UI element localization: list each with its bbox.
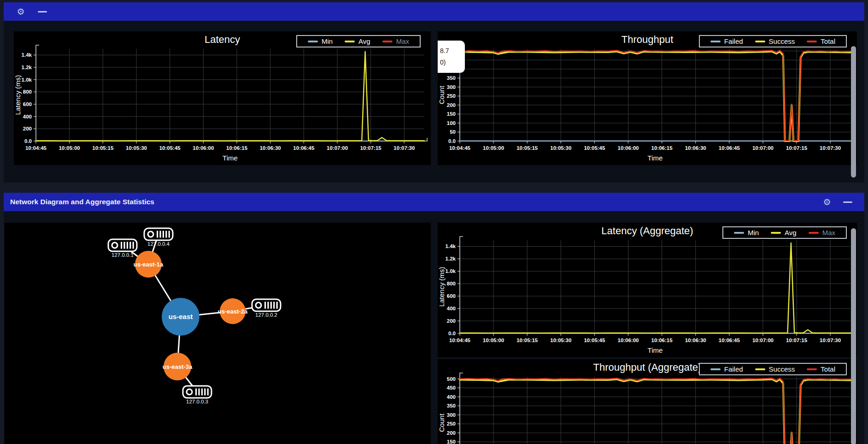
panel-metrics-header: ⚙ xyxy=(4,2,864,21)
legend-label: Avg xyxy=(785,229,797,237)
svg-text:1.2k: 1.2k xyxy=(446,256,456,261)
server-icon-slot xyxy=(270,302,272,309)
series-avg xyxy=(36,52,424,141)
tick-marks xyxy=(457,51,830,143)
svg-text:10:06:00: 10:06:00 xyxy=(617,145,639,151)
chart-legend: FailedSuccessTotal xyxy=(699,363,847,375)
legend-item-total[interactable]: Total xyxy=(807,37,835,45)
svg-text:10:07:00: 10:07:00 xyxy=(752,145,774,151)
chart-canvas-throughput[interactable]: 0.05010015020025030035040045050010:04:45… xyxy=(438,31,857,165)
server-node-127-0-0-1[interactable]: 127.0.0.1 xyxy=(108,239,137,258)
svg-text:1.2k: 1.2k xyxy=(22,65,32,70)
server-node-127-0-0-3[interactable]: 127.0.0.3 xyxy=(183,386,211,404)
zone-node-us-east-3a[interactable]: us-east-3a xyxy=(163,353,193,380)
svg-text:10:06:15: 10:06:15 xyxy=(226,145,248,151)
legend-dash-icon xyxy=(734,232,744,234)
legend-item-failed[interactable]: Failed xyxy=(710,365,743,373)
svg-text:10:05:45: 10:05:45 xyxy=(584,145,605,151)
server-icon-slot xyxy=(264,302,266,309)
series-total xyxy=(460,379,850,444)
legend-item-total[interactable]: Total xyxy=(807,365,835,373)
svg-text:10:05:30: 10:05:30 xyxy=(550,337,571,343)
settings-gear-icon[interactable]: ⚙ xyxy=(822,198,832,207)
svg-text:0.0: 0.0 xyxy=(448,138,456,144)
minimize-icon[interactable] xyxy=(843,201,852,203)
legend-item-max[interactable]: Max xyxy=(382,37,409,45)
svg-text:10:07:30: 10:07:30 xyxy=(393,145,415,151)
zone-node-us-east[interactable]: us-east xyxy=(162,298,199,336)
svg-text:250: 250 xyxy=(447,421,456,426)
svg-text:10:05:15: 10:05:15 xyxy=(516,145,538,151)
tick-labels: 0.05010015020025030035040045050010:04:45… xyxy=(447,48,841,151)
svg-text:150: 150 xyxy=(447,111,456,117)
latency-chart: Latency0.02004006008001.0k1.2k1.4k10:04:… xyxy=(14,31,431,165)
x-axis-label: Time xyxy=(648,346,663,354)
legend-label: Max xyxy=(396,37,409,45)
svg-text:10:06:15: 10:06:15 xyxy=(651,145,673,151)
zone-node-us-east-2a[interactable]: us-east-2a xyxy=(218,298,248,324)
legend-dash-icon xyxy=(755,41,765,42)
svg-text:10:05:30: 10:05:30 xyxy=(126,145,147,151)
legend-label: Total xyxy=(821,365,835,373)
server-icon-slot xyxy=(201,389,203,396)
svg-text:10:05:15: 10:05:15 xyxy=(516,337,538,343)
svg-text:10:06:30: 10:06:30 xyxy=(685,337,706,343)
svg-text:0.0: 0.0 xyxy=(448,331,456,336)
legend-item-success[interactable]: Success xyxy=(755,365,795,373)
svg-text:10:05:00: 10:05:00 xyxy=(59,145,80,151)
svg-text:10:06:30: 10:06:30 xyxy=(260,145,281,151)
server-node-127-0-0-2[interactable]: 127.0.0.2 xyxy=(252,299,281,318)
panel-metrics-body: Latency0.02004006008001.0k1.2k1.4k10:04:… xyxy=(4,21,864,183)
legend-label: Total xyxy=(821,37,835,45)
chart-canvas-latency[interactable]: 0.02004006008001.0k1.2k1.4k10:04:4510:05… xyxy=(14,31,431,165)
minimize-dash xyxy=(38,11,47,12)
zone-node-us-east-1a[interactable]: us-east-1a xyxy=(134,251,164,278)
x-axis-label: Time xyxy=(223,154,238,162)
svg-text:200: 200 xyxy=(447,430,456,436)
svg-text:200: 200 xyxy=(447,318,456,324)
tick-marks xyxy=(34,55,404,143)
tick-labels: 0.02004006008001.0k1.2k1.4k10:04:4510:05… xyxy=(22,52,415,151)
network-diagram-canvas[interactable]: 127.0.0.1127.0.0.4127.0.0.2127.0.0.3us-e… xyxy=(5,223,431,444)
svg-text:10:06:15: 10:06:15 xyxy=(651,337,673,343)
server-icon-slot xyxy=(195,389,197,396)
minimize-icon[interactable] xyxy=(38,11,47,12)
svg-text:450: 450 xyxy=(447,385,456,391)
svg-text:10:07:00: 10:07:00 xyxy=(752,337,774,343)
svg-text:300: 300 xyxy=(447,84,456,90)
legend-dash-icon xyxy=(771,232,781,234)
panel-network-scrollbar-thumb[interactable] xyxy=(851,228,856,444)
chart-canvas-latency_agg[interactable]: 0.02004006008001.0k1.2k1.4k10:04:4510:05… xyxy=(438,223,857,357)
legend-item-min[interactable]: Min xyxy=(734,229,759,237)
svg-text:50: 50 xyxy=(450,129,456,135)
server-node-127-0-0-4[interactable]: 127.0.0.4 xyxy=(144,228,173,247)
legend-dash-icon xyxy=(308,41,318,42)
legend-item-success[interactable]: Success xyxy=(755,37,795,45)
svg-text:10:05:15: 10:05:15 xyxy=(92,145,114,151)
chart-tooltip: 8.70) xyxy=(438,41,465,73)
svg-text:10:07:30: 10:07:30 xyxy=(820,337,841,343)
legend-item-min[interactable]: Min xyxy=(308,37,333,45)
server-label: 127.0.0.1 xyxy=(111,252,134,258)
latency-aggregate-chart: Latency (Aggregate)0.02004006008001.0k1.… xyxy=(438,223,857,357)
svg-text:10:07:00: 10:07:00 xyxy=(327,145,348,151)
tick-labels: 0.05010015020025030035040045050010:04:45… xyxy=(447,376,841,444)
legend-item-avg[interactable]: Avg xyxy=(345,37,370,45)
legend-label: Failed xyxy=(724,365,743,373)
server-icon-slot xyxy=(163,231,164,238)
settings-gear-icon[interactable]: ⚙ xyxy=(16,7,26,16)
server-label: 127.0.0.3 xyxy=(186,399,208,404)
svg-text:400: 400 xyxy=(23,114,32,119)
legend-item-max[interactable]: Max xyxy=(809,229,835,237)
server-icon-slot xyxy=(198,389,199,396)
legend-item-avg[interactable]: Avg xyxy=(771,229,797,237)
y-axis-label: Count xyxy=(438,413,446,432)
svg-text:10:06:45: 10:06:45 xyxy=(719,145,740,151)
svg-text:350: 350 xyxy=(447,403,456,408)
legend-item-failed[interactable]: Failed xyxy=(710,37,743,45)
panel-metrics-scrollbar-thumb[interactable] xyxy=(851,46,856,178)
server-icon-slot xyxy=(127,242,128,249)
svg-text:10:05:45: 10:05:45 xyxy=(159,145,181,151)
series-avg xyxy=(460,243,850,333)
svg-text:10:07:15: 10:07:15 xyxy=(360,145,382,151)
